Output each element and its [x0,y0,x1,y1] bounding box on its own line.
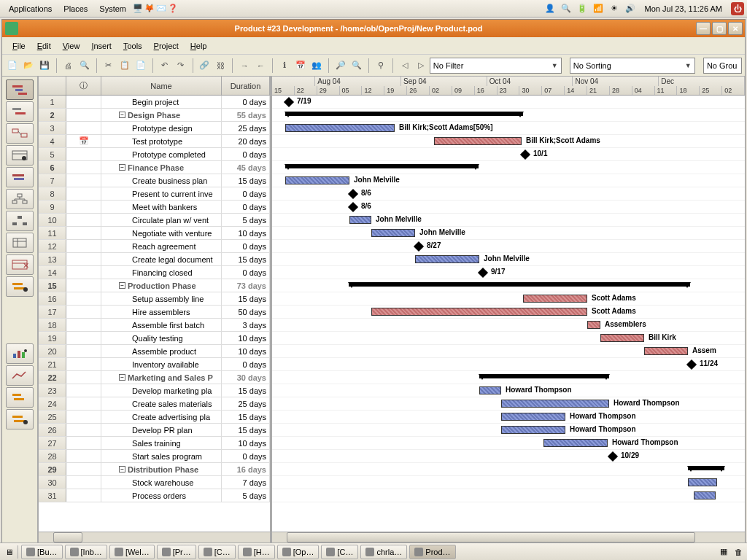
gantt-bar[interactable] [587,321,600,329]
table-row[interactable]: 19Quality testing10 days [39,332,270,345]
resource-usage-button[interactable] [6,276,34,297]
table-row[interactable]: 13Create legal document15 days [39,253,270,266]
calendar-icon[interactable]: 📅 [293,58,308,74]
system-menu[interactable]: System [93,3,132,15]
table-row[interactable]: 9Meet with bankers0 days [39,201,270,214]
taskbar-item[interactable]: [H… [238,545,275,559]
table-row[interactable]: 2−Design Phase55 days [39,109,270,122]
gantt-bar[interactable] [501,426,565,434]
gantt-row[interactable]: Assem [272,345,745,358]
gantt-row[interactable]: 8/27 [272,240,745,253]
table-row[interactable]: 10Circulate plan w/ vent5 days [39,214,270,227]
tracking-gantt-button[interactable] [6,101,34,122]
gantt-row[interactable]: John Melville [272,253,745,266]
sorting-combo[interactable]: No Sorting▼ [570,58,695,74]
gantt-bar[interactable] [371,229,415,237]
table-row[interactable]: 12Reach agreement0 days [39,240,270,253]
row-header[interactable] [39,77,66,95]
gantt-row[interactable]: Howard Thompson [272,384,745,397]
resource-usage2-button[interactable] [6,409,34,429]
gantt-bar[interactable] [694,491,716,499]
redo-icon[interactable]: ↷ [174,58,188,74]
menu-project[interactable]: Project [148,39,185,52]
gantt-bar[interactable] [348,189,358,199]
applications-menu[interactable]: Applications [3,3,58,15]
gantt-row[interactable]: 8/6 [272,201,745,214]
gantt-row[interactable]: Bill Kirk;Scott Adams [272,135,745,148]
new-icon[interactable]: 📄 [5,58,20,74]
info-icon[interactable]: ℹ [277,58,292,74]
gantt-row[interactable]: 10/1 [272,148,745,161]
taskbar-item[interactable]: [Pr… [157,545,196,559]
gantt-bar[interactable] [414,241,424,252]
gantt-bar[interactable] [349,282,690,287]
duration-header[interactable]: Duration [222,77,270,95]
gantt-row[interactable]: John Melville [272,174,745,187]
table-row[interactable]: 27Sales training10 days [39,437,270,450]
gantt-bar[interactable] [543,439,608,447]
table-row[interactable]: 21Inventory available0 days [39,358,270,371]
gantt-bar[interactable] [688,478,717,486]
table-row[interactable]: 3Prototype design25 days [39,122,270,135]
gantt-row[interactable]: Howard Thompson [272,411,745,424]
gantt-bar[interactable] [501,400,609,408]
indent-icon[interactable]: → [237,58,252,74]
menu-insert[interactable]: Insert [85,39,117,52]
gantt-row[interactable]: 10/29 [272,450,745,463]
save-icon[interactable]: 💾 [37,58,52,74]
gantt-bar[interactable] [434,137,522,145]
launcher-icon[interactable]: 🖥️ [132,3,144,15]
gantt-bar[interactable] [371,308,587,316]
gantt-row[interactable]: 8/6 [272,187,745,201]
places-menu[interactable]: Places [58,3,93,15]
gantt-row[interactable]: Scott Adams [272,306,745,319]
gantt-row[interactable]: John Melville [272,227,745,240]
prev-icon[interactable]: ◁ [398,58,412,74]
taskbar-item[interactable]: [C… [198,545,236,559]
unlink-icon[interactable]: ⛓ [213,58,228,74]
table-row[interactable]: 16Setup assembly line15 days [39,292,270,306]
projects-view-button[interactable] [6,167,34,187]
gantt-scrollbar[interactable] [272,532,745,543]
table-row[interactable]: 28Start sales program0 days [39,450,270,463]
zoomout-icon[interactable]: 🔍 [349,58,364,74]
rbs-view-button[interactable] [6,211,34,231]
search-icon[interactable]: 🔍 [560,3,572,15]
table-row[interactable]: 26Develop PR plan15 days [39,424,270,437]
gantt-row[interactable] [272,161,745,174]
gantt-row[interactable]: Bill Kirk [272,332,745,345]
gantt-bar[interactable] [523,295,587,303]
close-button[interactable]: ✕ [728,22,743,35]
menu-help[interactable]: Help [185,39,213,52]
undo-icon[interactable]: ↶ [158,58,172,74]
table-row[interactable]: 14Financing closed0 days [39,266,270,279]
gantt-view-button[interactable] [6,79,34,100]
network-icon[interactable]: 📶 [592,3,604,15]
gantt-row[interactable] [272,109,745,122]
taskbar-item[interactable]: [Inb… [65,545,107,559]
taskbar-item[interactable]: Prod… [409,545,455,559]
gantt-bar[interactable] [349,216,371,224]
table-scrollbar[interactable] [39,532,270,543]
gantt-row[interactable]: 7/19 [272,96,745,109]
menu-file[interactable]: File [7,39,31,52]
table-row[interactable]: 15−Production Phase73 days [39,279,270,292]
next-icon[interactable]: ▷ [414,58,428,74]
table-row[interactable]: 7Create business plan15 days [39,174,270,187]
battery-icon[interactable]: 🔋 [576,3,588,15]
gantt-row[interactable]: 11/24 [272,358,745,371]
gantt-row[interactable] [272,489,745,502]
table-row[interactable]: 24Create sales materials25 days [39,397,270,411]
table-row[interactable]: 6−Finance Phase45 days [39,161,270,174]
paste-icon[interactable]: 📄 [133,58,148,74]
assign-icon[interactable]: 👥 [309,58,324,74]
gantt-bar[interactable] [285,112,523,116]
histogram-button[interactable] [6,343,34,364]
link-icon[interactable]: 🔗 [197,58,212,74]
gantt-bar[interactable] [285,176,349,184]
table-row[interactable]: 17Hire assemblers50 days [39,306,270,319]
table-row[interactable]: 1Begin project0 days [39,96,270,109]
gantt-bar[interactable] [348,202,358,212]
table-row[interactable]: 23Develop marketing pla15 days [39,384,270,397]
gantt-row[interactable] [272,476,745,489]
